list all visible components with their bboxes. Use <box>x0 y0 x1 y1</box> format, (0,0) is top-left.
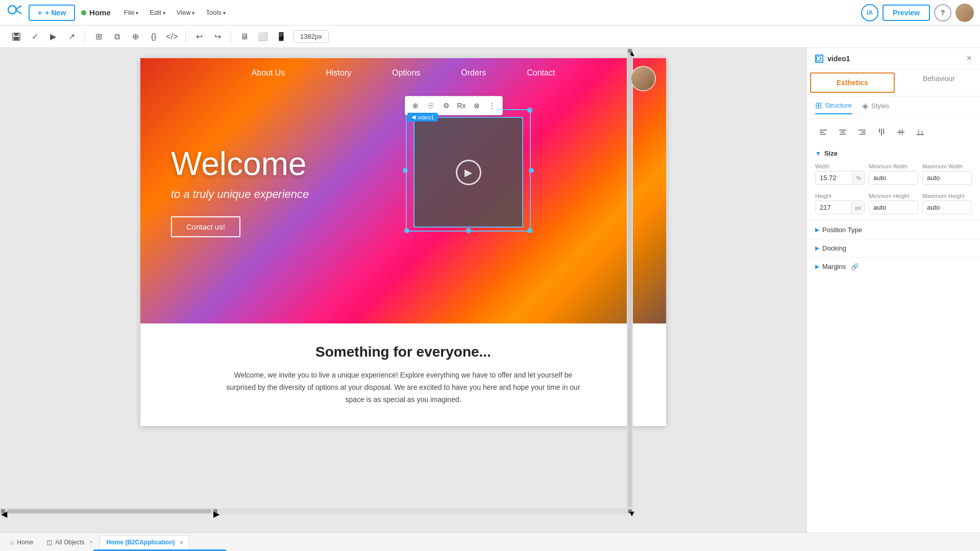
size-label: Size <box>824 149 838 157</box>
element-rx-icon[interactable]: Rx <box>454 98 469 113</box>
canvas-area: About Us History Options Orders Contact … <box>0 48 806 533</box>
element-more-icon[interactable]: ⋮ <box>485 98 499 113</box>
tablet-icon[interactable]: ⬜ <box>255 29 271 45</box>
home-b2c-tab-label: Home (B2CApplication) <box>106 539 175 546</box>
element-label-chevron: ◀ <box>411 114 415 120</box>
max-width-label: Maximum Width <box>922 163 972 169</box>
video-element[interactable]: ▶ <box>413 117 523 228</box>
margins-section[interactable]: ▶ Margins 🔗 <box>807 257 980 276</box>
code-braces-icon[interactable]: {} <box>145 29 162 45</box>
svg-point-0 <box>8 6 16 14</box>
home-b2c-tab-close[interactable]: × <box>180 540 183 545</box>
element-move-icon[interactable]: ⊕ <box>408 98 423 113</box>
min-height-input[interactable] <box>869 201 918 214</box>
ia-button[interactable]: IA <box>861 4 878 21</box>
canvas-hscrollbar[interactable]: ◀ ▶ <box>0 508 627 514</box>
mobile-icon[interactable]: 📱 <box>273 29 289 45</box>
align-top-btn[interactable] <box>873 124 890 140</box>
nav-history[interactable]: History <box>326 68 351 78</box>
grid-icon[interactable]: ⊞ <box>90 29 107 45</box>
toolbar-separator-2 <box>185 31 186 43</box>
height-input[interactable] <box>816 201 851 214</box>
width-input[interactable] <box>816 171 852 184</box>
file-menu[interactable]: File <box>119 6 144 19</box>
align-left-btn[interactable] <box>815 124 831 140</box>
width-input-group: Width % <box>815 163 865 185</box>
panel-close-button[interactable]: × <box>966 53 972 64</box>
toolbar-separator-3 <box>231 31 231 43</box>
tab-home-b2c[interactable]: Home (B2CApplication) × <box>100 535 189 549</box>
play-icon[interactable]: ▶ <box>45 29 61 45</box>
panel-main-tabs: Esthetics Behaviour <box>807 69 980 96</box>
site-nav: About Us History Options Orders Contact <box>140 58 666 88</box>
view-menu[interactable]: View <box>172 6 200 19</box>
new-plus-icon: + <box>38 9 42 17</box>
all-objects-tab-icon: ◫ <box>46 539 52 546</box>
max-height-input-group: Maximum Height <box>922 193 972 214</box>
editor-toolbar: ✓ ▶ ↗ ⊞ ⧉ ⊕ {} </> ↩ ↪ 🖥 ⬜ 📱 1382px <box>0 26 980 48</box>
preview-button[interactable]: Preview <box>883 5 930 21</box>
layers-icon[interactable]: ⧉ <box>109 29 125 45</box>
avatar[interactable] <box>955 4 974 22</box>
svg-rect-22 <box>901 129 903 135</box>
video-play-button[interactable]: ▶ <box>456 160 481 185</box>
edit-menu[interactable]: Edit <box>144 6 170 19</box>
website-frame: About Us History Options Orders Contact … <box>140 58 666 426</box>
position-type-label: Position Type <box>822 226 862 234</box>
panel-header: video1 × <box>807 48 980 69</box>
desktop-icon[interactable]: 🖥 <box>236 29 253 45</box>
element-link-icon[interactable]: ⊗ <box>470 98 484 113</box>
nav-options[interactable]: Options <box>392 68 420 78</box>
align-middle-btn[interactable] <box>893 124 909 140</box>
home-dot-icon <box>81 10 86 15</box>
position-type-section[interactable]: ▶ Position Type <box>807 220 980 239</box>
align-center-btn[interactable] <box>835 124 851 140</box>
logo-icon[interactable] <box>6 4 24 22</box>
height-input-field: px <box>815 201 865 214</box>
svg-rect-6 <box>817 57 820 61</box>
docking-section[interactable]: ▶ Docking <box>807 239 980 257</box>
subtab-structure-label: Structure <box>825 102 852 109</box>
nav-orders[interactable]: Orders <box>461 68 486 78</box>
export-icon[interactable]: ↗ <box>63 29 80 45</box>
home-tab-label: Home <box>17 539 33 546</box>
help-button[interactable]: ? <box>934 4 951 21</box>
subtab-structure[interactable]: ⊞ Structure <box>815 101 852 114</box>
all-objects-tab-close[interactable]: × <box>90 539 93 545</box>
new-button[interactable]: + + New <box>29 5 75 21</box>
min-width-input-field <box>869 171 918 185</box>
element-settings-icon[interactable]: ☉ <box>424 98 438 113</box>
components-icon[interactable]: ⊕ <box>127 29 143 45</box>
canvas-scroll[interactable]: About Us History Options Orders Contact … <box>0 48 806 533</box>
max-width-input-field <box>922 171 972 185</box>
align-right-btn[interactable] <box>854 124 870 140</box>
tab-all-objects[interactable]: ◫ All Objects × <box>40 535 99 549</box>
size-section-header[interactable]: ▼ Size <box>807 145 980 161</box>
nav-contact[interactable]: Contact <box>527 68 555 78</box>
align-bottom-btn[interactable] <box>912 124 928 140</box>
nav-about[interactable]: About Us <box>252 68 285 78</box>
tab-behaviour[interactable]: Behaviour <box>898 69 981 96</box>
element-config-icon[interactable]: ⚙ <box>439 98 453 113</box>
subtab-styles[interactable]: ◈ Styles <box>862 101 889 114</box>
bottom-bar: ⌂ Home ◫ All Objects × Home (B2CApplicat… <box>0 533 980 551</box>
max-height-label: Maximum Height <box>922 193 972 199</box>
save-icon[interactable] <box>8 29 24 45</box>
nav-avatar[interactable] <box>630 66 656 91</box>
canvas-scrollbar[interactable]: ▲ ▼ <box>627 48 633 514</box>
min-width-input[interactable] <box>869 171 918 184</box>
tab-home[interactable]: ⌂ Home <box>4 535 39 549</box>
code-angle-icon[interactable]: </> <box>164 29 180 45</box>
undo-icon[interactable]: ↩ <box>191 29 207 45</box>
svg-rect-4 <box>14 33 18 36</box>
tools-menu[interactable]: Tools <box>201 6 230 19</box>
max-width-input[interactable] <box>923 171 971 184</box>
home-tab-icon: ⌂ <box>10 539 14 546</box>
tab-esthetics[interactable]: Esthetics <box>810 72 895 93</box>
hero-subtitle: to a truly unique experience <box>171 188 309 201</box>
svg-rect-25 <box>921 131 923 135</box>
redo-icon[interactable]: ↪ <box>209 29 226 45</box>
max-height-input[interactable] <box>923 201 971 214</box>
hero-cta-button[interactable]: Contact us! <box>171 216 240 237</box>
check-icon[interactable]: ✓ <box>27 29 43 45</box>
